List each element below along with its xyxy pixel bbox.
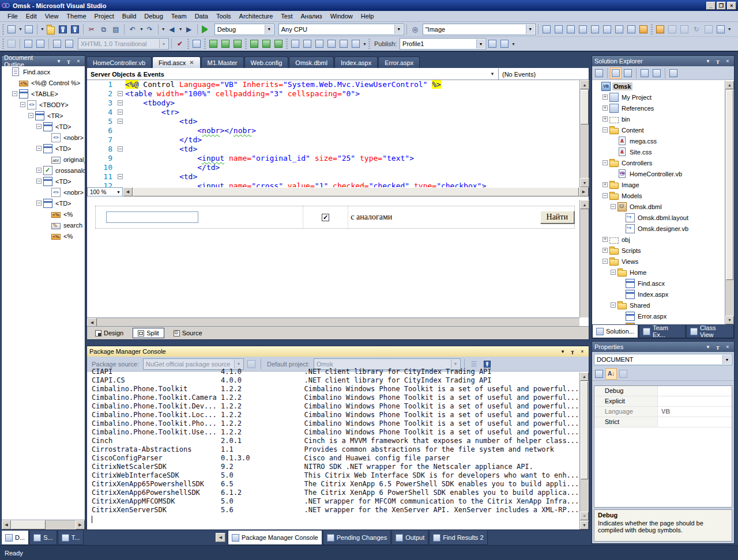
- panel-menu-icon[interactable]: ▾: [704, 343, 712, 351]
- redo-icon[interactable]: ↷: [144, 24, 156, 35]
- solution-config-dropdown[interactable]: Debug▼: [214, 24, 274, 35]
- platform-dropdown[interactable]: Any CPU▼: [278, 24, 404, 35]
- view-code-icon[interactable]: [639, 67, 650, 79]
- editor-tab-m1.master[interactable]: M1.Master: [201, 56, 244, 68]
- view-in-browser-icon[interactable]: [668, 67, 679, 79]
- run-selection-icon[interactable]: [220, 38, 231, 50]
- tab-find-results-2[interactable]: Find Results 2: [429, 531, 487, 545]
- close-button[interactable]: ×: [727, 2, 736, 10]
- menu-анализ[interactable]: Анализ: [296, 12, 326, 21]
- collapse-icon[interactable]: −: [603, 193, 608, 198]
- tree-item[interactable]: Find.ascx: [2, 66, 85, 77]
- start-debugging-icon[interactable]: [200, 24, 212, 35]
- tree-item[interactable]: +bin: [592, 113, 725, 124]
- decrease-indent-icon[interactable]: [22, 38, 34, 50]
- edit-profile-icon[interactable]: [499, 38, 510, 50]
- find-combo[interactable]: "Image▼: [423, 24, 536, 35]
- tree-item[interactable]: Omsk: [592, 81, 725, 92]
- fold-collapse-icon[interactable]: −: [118, 146, 123, 152]
- fold-collapse-icon[interactable]: −: [118, 91, 123, 96]
- debug-all-icon[interactable]: [273, 38, 284, 50]
- tree-item[interactable]: −<TD>: [2, 143, 85, 154]
- tree-item[interactable]: −<TBODY>: [2, 99, 85, 110]
- property-row[interactable]: LanguageVB: [594, 407, 732, 417]
- design-surface[interactable]: ✓ с аналогами Найти: [87, 200, 579, 317]
- sql-pane-icon[interactable]: [338, 38, 349, 50]
- undo-checkout-icon[interactable]: [679, 24, 690, 35]
- cut-icon[interactable]: ✂: [86, 24, 97, 35]
- expand-icon[interactable]: +: [603, 248, 608, 253]
- solution-vscrollbar[interactable]: ▲ ▼: [725, 81, 734, 324]
- close-icon[interactable]: ×: [74, 58, 82, 65]
- new-project-icon[interactable]: [6, 24, 17, 35]
- results-pane-icon[interactable]: [350, 38, 362, 50]
- expand-icon[interactable]: +: [603, 182, 608, 187]
- publish-web-icon[interactable]: [487, 38, 498, 50]
- tab-t-[interactable]: T...: [58, 531, 84, 545]
- menu-data[interactable]: Data: [191, 12, 212, 21]
- close-icon[interactable]: ×: [724, 58, 732, 65]
- fold-collapse-icon[interactable]: −: [118, 174, 123, 179]
- pin-icon[interactable]: ┰: [65, 58, 73, 65]
- fold-collapse-icon[interactable]: −: [118, 109, 123, 115]
- menu-team[interactable]: Team: [167, 12, 191, 21]
- workitems-icon[interactable]: [715, 24, 726, 35]
- paste-icon[interactable]: ▤: [110, 24, 122, 35]
- query-designer-icon[interactable]: [314, 38, 325, 50]
- tree-item[interactable]: <nobr>: [2, 132, 85, 143]
- menu-architecture[interactable]: Architecture: [235, 12, 277, 21]
- tab-solution-[interactable]: Solution...: [592, 325, 638, 338]
- property-pages-icon[interactable]: [617, 368, 629, 380]
- find-in-files-icon[interactable]: ◎: [409, 24, 421, 35]
- panel-menu-icon[interactable]: ▾: [704, 58, 712, 65]
- refresh-status-icon[interactable]: ↻: [691, 24, 702, 35]
- open-file-icon[interactable]: [45, 24, 57, 35]
- collapse-icon[interactable]: −: [36, 168, 42, 173]
- collapse-icon[interactable]: −: [611, 302, 616, 308]
- property-value[interactable]: VB: [658, 407, 732, 417]
- tree-item[interactable]: Omsk.dbml.layout: [592, 212, 725, 223]
- tree-item[interactable]: original_id: [2, 154, 85, 165]
- editor-hscroll-right-icon[interactable]: ▶: [579, 187, 589, 196]
- command-window-icon[interactable]: [626, 24, 637, 35]
- add-item-icon[interactable]: [23, 24, 35, 35]
- view-tab-source[interactable]: Source: [169, 328, 207, 338]
- tree-item[interactable]: Find.ascx: [592, 278, 725, 289]
- tree-item[interactable]: −Models: [592, 190, 725, 201]
- undo-icon[interactable]: ↶: [127, 24, 138, 35]
- view-designer-icon[interactable]: [326, 38, 337, 50]
- pin-icon[interactable]: ┰: [714, 58, 722, 65]
- console-output[interactable]: CIAPI 4.1.0 .NET client library for City…: [87, 368, 579, 529]
- check-html-icon[interactable]: ✔: [174, 38, 186, 50]
- console-titlebar[interactable]: Package Manager Console ▾ ┰ ×: [87, 346, 589, 357]
- increase-indent-icon[interactable]: [35, 38, 46, 50]
- pin-icon[interactable]: ┰: [568, 348, 577, 355]
- run-query-icon[interactable]: [208, 38, 219, 50]
- alphabetical-icon[interactable]: A↓: [605, 368, 617, 380]
- solution-explorer-icon[interactable]: [541, 24, 552, 35]
- menu-help[interactable]: Help: [357, 12, 378, 21]
- view-tab-split[interactable]: Split: [133, 328, 164, 338]
- tree-item[interactable]: <%@ Control %>: [2, 77, 85, 88]
- tree-item[interactable]: −<TD>: [2, 121, 85, 132]
- expand-icon[interactable]: +: [603, 94, 608, 100]
- publish-profile-dropdown[interactable]: Profile1▼: [400, 38, 486, 50]
- collapse-icon[interactable]: −: [36, 179, 42, 184]
- panel-menu-icon[interactable]: ▾: [55, 58, 63, 65]
- pin-icon[interactable]: ┰: [714, 343, 722, 351]
- collapse-icon[interactable]: −: [611, 270, 616, 275]
- editor-hscroll-left-icon[interactable]: ◀: [123, 187, 133, 196]
- refresh-icon[interactable]: [622, 67, 634, 79]
- run-all-icon[interactable]: [232, 38, 243, 50]
- error-list-icon[interactable]: [577, 24, 589, 35]
- document-outline-titlebar[interactable]: Document Outline ▾ ┰ ×: [2, 56, 85, 66]
- restore-button[interactable]: ❐: [717, 2, 726, 10]
- collapse-icon[interactable]: −: [36, 146, 42, 151]
- design-text-input[interactable]: [106, 211, 198, 223]
- tab-team-ex-[interactable]: Team Ex...: [639, 325, 686, 338]
- categorized-icon[interactable]: [593, 368, 605, 380]
- editor-tab-web.config[interactable]: Web.config: [244, 56, 289, 68]
- close-tab-icon[interactable]: ✕: [189, 59, 194, 66]
- panel-menu-icon[interactable]: ▾: [559, 348, 567, 355]
- save-all-icon[interactable]: [69, 24, 81, 35]
